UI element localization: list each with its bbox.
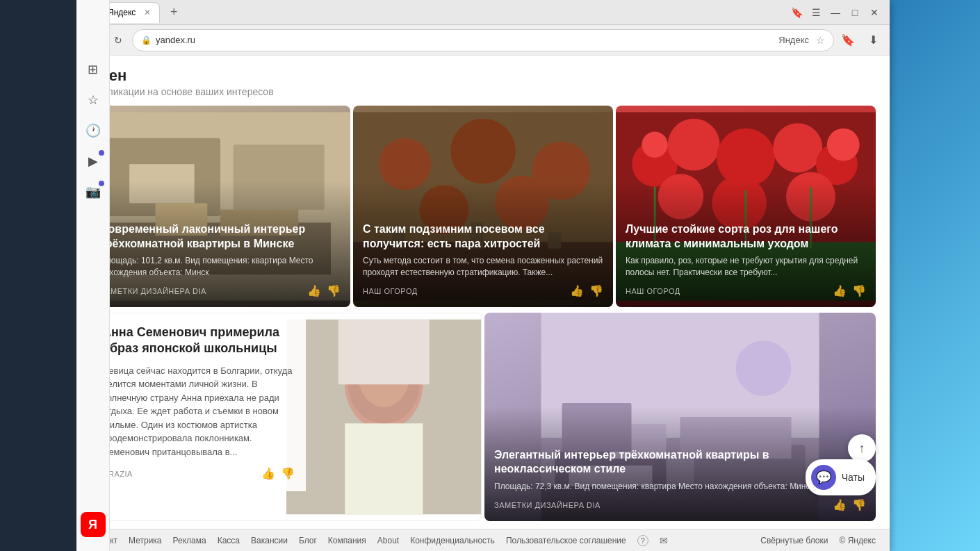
footer-link-collapsed[interactable]: Свёрнутые блоки bbox=[760, 536, 828, 545]
media-badge bbox=[99, 150, 104, 156]
dzen-header: Дзен Публикации на основе ваших интересо… bbox=[76, 56, 890, 103]
close-button[interactable]: ✕ bbox=[865, 3, 884, 22]
star-icon: ☆ bbox=[88, 92, 99, 108]
dislike-button-apartment[interactable]: 👎 bbox=[852, 498, 866, 511]
card-title-anna: Анна Семенович примерила образ японской … bbox=[102, 324, 295, 357]
card-footer-roses: НАШ ОГОРОД 👍 👎 bbox=[626, 284, 866, 297]
dzen-subtitle: Публикации на основе ваших интересов bbox=[90, 86, 876, 97]
browser-content[interactable]: Дзен Публикации на основе ваших интересо… bbox=[76, 56, 890, 529]
svg-point-27 bbox=[827, 129, 860, 161]
footer-link-terms[interactable]: Пользовательское соглашение bbox=[506, 536, 626, 545]
arrow-up-icon: ↑ bbox=[859, 441, 865, 456]
site-name-display: Яндекс bbox=[778, 35, 809, 45]
sidebar-bottom: Я bbox=[81, 512, 106, 537]
dislike-button-roses[interactable]: 👎 bbox=[852, 284, 866, 297]
dislike-button-seeds[interactable]: 👎 bbox=[589, 284, 603, 297]
bookmarks-button[interactable]: 🔖 bbox=[787, 3, 806, 22]
chat-bubble-icon: 💬 bbox=[816, 470, 831, 485]
sidebar-item-history[interactable]: 🕐 bbox=[79, 117, 107, 145]
card-desc-anna: Певица сейчас находится в Болгарии, отку… bbox=[102, 364, 295, 459]
screenshots-badge bbox=[99, 181, 104, 186]
card-overlay-roses: Лучшие стойкие сорта роз для нашего клим… bbox=[616, 181, 876, 307]
browser-window: Я Яндекс ✕ + 🔖 ☰ — □ ✕ ← ↻ bbox=[76, 0, 890, 551]
card-overlay-interior-1: Современный лаконичный интерьер трёхкомн… bbox=[90, 181, 350, 307]
like-button-anna[interactable]: 👍 bbox=[261, 467, 275, 480]
play-icon: ▶ bbox=[88, 154, 98, 169]
desktop: ⊞ ☆ 🕐 ▶ 📷 Я Я bbox=[0, 0, 980, 551]
card-source-interior-1: ЗАМЕТКИ ДИЗАЙНЕРА DIA bbox=[100, 287, 206, 295]
card-desc-seeds: Суть метода состоит в том, что семена по… bbox=[363, 255, 603, 279]
new-tab-button[interactable]: + bbox=[164, 3, 183, 22]
sidebar-item-screenshots[interactable]: 📷 bbox=[79, 178, 107, 206]
camera-icon: 📷 bbox=[85, 184, 101, 199]
card-roses[interactable]: Лучшие стойкие сорта роз для нашего клим… bbox=[616, 106, 876, 307]
address-bar[interactable]: 🔒 yandex.ru Яндекс ☆ bbox=[132, 29, 834, 51]
card-anna[interactable]: Анна Семенович примерила образ японской … bbox=[90, 313, 482, 521]
card-desc-roses: Как правило, роз, которые не требуют укр… bbox=[626, 255, 866, 279]
download-button[interactable]: ⬇ bbox=[862, 29, 884, 51]
footer-link-reklama[interactable]: Реклама bbox=[173, 536, 206, 545]
card-overlay-seeds: С таким подзимним посевом все получится:… bbox=[353, 181, 613, 307]
chat-label: Чаты bbox=[842, 472, 865, 483]
footer-link-company[interactable]: Компания bbox=[328, 536, 366, 545]
sidebar-item-grid[interactable]: ⊞ bbox=[79, 56, 107, 83]
svg-point-26 bbox=[642, 131, 667, 157]
grid-icon: ⊞ bbox=[88, 62, 98, 77]
bookmark-toolbar-button[interactable]: 🔖 bbox=[837, 29, 859, 51]
tab-title: Яндекс bbox=[108, 8, 136, 17]
maximize-button[interactable]: □ bbox=[845, 3, 865, 22]
card-footer-anna: GRAZIA 👍 👎 bbox=[102, 467, 295, 480]
like-button-interior-1[interactable]: 👍 bbox=[307, 284, 321, 297]
footer-link-yandex-copyright[interactable]: © Яндекс bbox=[839, 536, 876, 545]
svg-point-9 bbox=[450, 119, 516, 184]
card-desc-interior-1: Площадь: 101,2 кв.м. Вид помещения: квар… bbox=[100, 255, 341, 279]
chat-button[interactable]: 💬 Чаты bbox=[806, 459, 876, 495]
cards-grid: Современный лаконичный интерьер трёхкомн… bbox=[76, 103, 890, 310]
refresh-button[interactable]: ↻ bbox=[107, 29, 129, 51]
yandex-logo-sidebar[interactable]: Я bbox=[81, 512, 106, 537]
svg-point-19 bbox=[668, 119, 720, 171]
help-icon[interactable]: ? bbox=[637, 535, 648, 546]
card-footer-interior-1: ЗАМЕТКИ ДИЗАЙНЕРА DIA 👍 👎 bbox=[100, 284, 341, 297]
card-interior-1[interactable]: Современный лаконичный интерьер трёхкомн… bbox=[90, 106, 350, 307]
browser-sidebar: ⊞ ☆ 🕐 ▶ 📷 Я bbox=[76, 0, 110, 551]
desktop-right bbox=[890, 0, 980, 551]
url-display: yandex.ru bbox=[156, 35, 771, 45]
bookmark-button[interactable]: ☆ bbox=[816, 35, 825, 46]
svg-point-46 bbox=[736, 340, 792, 396]
card-title-seeds: С таким подзимним посевом все получится:… bbox=[363, 222, 603, 252]
dislike-button-interior-1[interactable]: 👎 bbox=[327, 284, 341, 297]
card-actions-interior-1: 👍 👎 bbox=[307, 284, 341, 297]
mail-icon[interactable]: ✉ bbox=[660, 535, 668, 546]
content-area: Дзен Публикации на основе ваших интересо… bbox=[76, 56, 890, 524]
toolbar-right: 🔖 ⬇ bbox=[837, 29, 884, 51]
scroll-to-top-button[interactable]: ↑ bbox=[848, 434, 876, 462]
card-title-roses: Лучшие стойкие сорта роз для нашего клим… bbox=[626, 222, 866, 252]
minimize-button[interactable]: — bbox=[826, 3, 845, 22]
tab-close-button[interactable]: ✕ bbox=[144, 8, 151, 17]
footer-link-about[interactable]: About bbox=[377, 536, 399, 545]
footer-link-blog[interactable]: Блог bbox=[299, 536, 317, 545]
like-button-roses[interactable]: 👍 bbox=[833, 284, 847, 297]
dislike-button-anna[interactable]: 👎 bbox=[281, 467, 295, 480]
like-button-seeds[interactable]: 👍 bbox=[570, 284, 584, 297]
footer-link-vakansii[interactable]: Вакансии bbox=[251, 536, 288, 545]
card-seeds[interactable]: С таким подзимним посевом все получится:… bbox=[353, 106, 613, 307]
like-button-apartment[interactable]: 👍 bbox=[833, 498, 847, 511]
history-icon: 🕐 bbox=[85, 123, 101, 138]
svg-point-21 bbox=[773, 123, 822, 172]
sidebar-item-media[interactable]: ▶ bbox=[79, 147, 107, 175]
browser-footer: Директ Метрика Реклама Касса Вакансии Бл… bbox=[76, 529, 890, 551]
title-bar: Я Яндекс ✕ + 🔖 ☰ — □ ✕ bbox=[76, 0, 890, 25]
anna-image bbox=[286, 313, 482, 520]
windows-sidebar bbox=[0, 0, 76, 551]
anna-text-content: Анна Семенович примерила образ японской … bbox=[91, 313, 306, 491]
card-source-apartment: ЗАМЕТКИ ДИЗАЙНЕРА DIA bbox=[494, 501, 601, 509]
footer-link-privacy[interactable]: Конфиденциальность bbox=[410, 536, 495, 545]
sidebar-item-favorites[interactable]: ☆ bbox=[79, 86, 107, 114]
footer-link-metrika[interactable]: Метрика bbox=[129, 536, 161, 545]
yandex-y-letter: Я bbox=[88, 518, 97, 532]
footer-link-kassa[interactable]: Касса bbox=[218, 536, 240, 545]
menu-button[interactable]: ☰ bbox=[806, 3, 826, 22]
svg-rect-34 bbox=[345, 423, 423, 514]
